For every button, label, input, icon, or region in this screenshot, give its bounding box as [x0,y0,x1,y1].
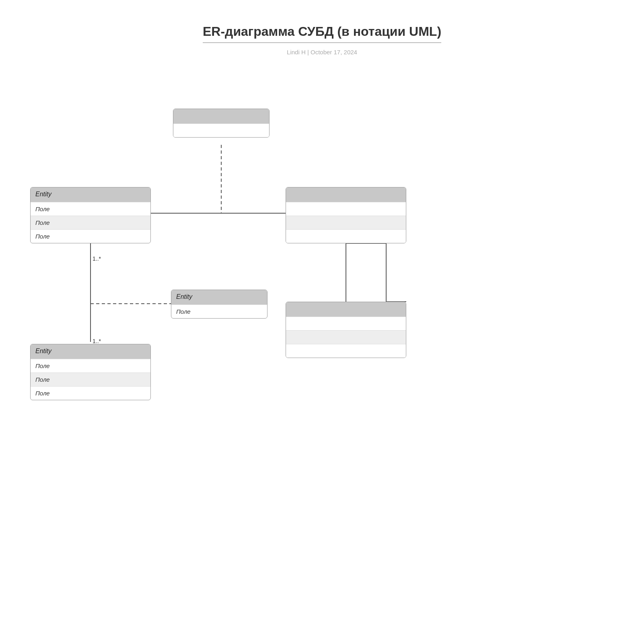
entity-top-field1 [173,123,269,137]
entity-right-field2 [286,216,406,229]
header: ER-диаграмма СУБД (в нотации UML) Lindi … [0,0,644,56]
entity-bottom-right-header [286,302,406,317]
page-title: ER-диаграмма СУБД (в нотации UML) [203,24,441,43]
page-subtitle: Lindi H | October 17, 2024 [0,49,644,56]
entity-bottom-left-field3: Поле [31,386,150,400]
entity-bottom-right-field2 [286,330,406,344]
multiplicity-1: 1..* [93,255,101,262]
entity-middle-field1: Поле [171,305,267,318]
entity-left-header: Entity [31,187,150,202]
entity-top [173,109,270,138]
entity-bottom-left-header: Entity [31,344,150,359]
entity-top-header [173,109,269,123]
entity-left-field1: Поле [31,202,150,216]
multiplicity-2: 1..* [93,338,101,344]
entity-right-header [286,187,406,202]
entity-left-field3: Поле [31,229,150,243]
entity-right-field3 [286,229,406,243]
entity-right [286,187,406,243]
entity-bottom-right-field3 [286,344,406,358]
entity-bottom-right [286,302,406,358]
entity-bottom-left: Entity Поле Поле Поле [30,344,151,400]
entity-left-field2: Поле [31,216,150,229]
entity-right-field1 [286,202,406,216]
page-container: ER-диаграмма СУБД (в нотации UML) Lindi … [0,0,644,644]
entity-bottom-left-field2: Поле [31,372,150,386]
entity-middle-header: Entity [171,290,267,305]
entity-bottom-left-field1: Поле [31,359,150,372]
entity-middle: Entity Поле [171,290,267,319]
entity-bottom-right-field1 [286,317,406,330]
entity-left: Entity Поле Поле Поле [30,187,151,243]
